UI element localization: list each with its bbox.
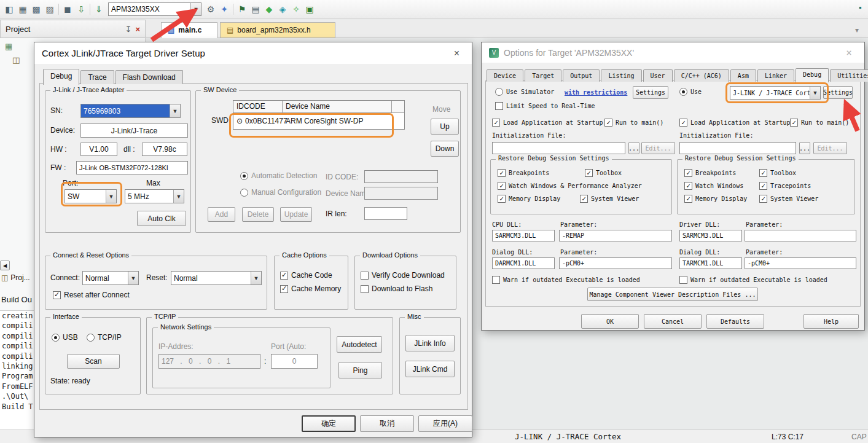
cache-memory-checkbox[interactable]: Cache Memory — [280, 284, 341, 293]
rebuild-icon[interactable]: ▩ — [29, 2, 43, 16]
browse-button-left[interactable]: ... — [628, 142, 639, 154]
defaults-button[interactable]: Defaults — [706, 314, 764, 329]
restrictions-link[interactable]: with restrictions — [565, 89, 627, 96]
port-combo[interactable]: SW ▼ — [65, 189, 117, 203]
limit-speed-checkbox[interactable]: Limit Speed to Real-Time — [495, 102, 595, 110]
toolbox-checkbox-right[interactable]: Toolbox — [759, 169, 796, 177]
build-output-panel[interactable]: creatin compili compili compili compili … — [0, 310, 35, 429]
project-book-icon[interactable]: ◫ — [12, 55, 20, 65]
tab-utilities[interactable]: Utilities — [830, 69, 868, 82]
flag-icon[interactable]: ⚑ — [235, 2, 249, 16]
windows-icon[interactable]: ▤ — [249, 2, 262, 16]
tab-flash-download[interactable]: Flash Download — [115, 70, 183, 84]
memory-display-checkbox-right[interactable]: Memory Display — [684, 195, 747, 203]
dropdown-arrow-icon[interactable]: ▼ — [251, 272, 261, 284]
hscroll-left-button[interactable]: ◀ — [0, 261, 10, 270]
tab-device[interactable]: Device — [487, 69, 523, 82]
init-file-field-right[interactable] — [679, 142, 796, 154]
usb-radio[interactable]: USB — [52, 333, 78, 342]
connect-combo[interactable]: Normal ▼ — [82, 271, 139, 285]
tab-output[interactable]: Output — [563, 69, 600, 82]
watch-windows-checkbox-left[interactable]: Watch Windows & Performance Analyzer — [498, 182, 642, 190]
collapse-chevron-icon[interactable]: ▾ — [855, 26, 859, 34]
reset-combo[interactable]: Normal ▼ — [171, 271, 262, 285]
simulator-settings-button[interactable]: Settings — [633, 86, 668, 99]
use-debugger-radio[interactable]: Use — [679, 88, 702, 96]
dropdown-arrow-icon[interactable]: ▼ — [810, 87, 820, 99]
tab-listing[interactable]: Listing — [601, 69, 641, 82]
batch-build-icon[interactable]: ▨ — [43, 2, 57, 16]
verify-code-download-checkbox[interactable]: Verify Code Download — [361, 271, 445, 280]
ir-len-field[interactable] — [364, 207, 407, 220]
dropdown-arrow-icon[interactable]: ▼ — [190, 3, 201, 15]
tab-debug[interactable]: Debug — [43, 69, 79, 85]
help-button[interactable]: Help — [803, 314, 859, 329]
cache-code-checkbox[interactable]: Cache Code — [280, 271, 332, 280]
sn-combo[interactable]: 765969803 ▼ — [80, 104, 181, 118]
workspace-tree-icon[interactable]: ▦ — [5, 42, 12, 51]
ip-address-field[interactable]: 127 . 0 . 0 . 1 — [158, 354, 260, 369]
sw-device-table[interactable]: IDCODE Device Name ⊙ 0x0BC11477 ARM Core… — [233, 100, 405, 130]
max-clock-combo[interactable]: 5 MHz ▼ — [125, 189, 184, 203]
manage-rte-icon[interactable]: ◆ — [262, 2, 276, 16]
dropdown-arrow-icon[interactable]: ▼ — [106, 190, 116, 203]
apply-button[interactable]: 应用(A) — [418, 415, 472, 432]
reset-after-connect-checkbox[interactable]: Reset after Connect — [53, 291, 130, 299]
manage-component-viewer-button[interactable]: Manage Component Viewer Description File… — [587, 288, 758, 301]
browse-button-right[interactable]: ... — [799, 142, 810, 154]
breakpoints-checkbox-left[interactable]: Breakpoints — [498, 169, 549, 177]
toolbox-checkbox-left[interactable]: Toolbox — [585, 169, 622, 177]
port-auto-field[interactable]: 0 — [271, 354, 318, 369]
init-file-field-left[interactable] — [492, 142, 625, 154]
debugger-settings-button[interactable]: Settings — [823, 86, 853, 99]
watch-windows-checkbox-right[interactable]: Watch Windows — [684, 182, 743, 190]
download-to-flash-icon[interactable]: ⇩ — [74, 2, 88, 16]
run-to-main-checkbox-left[interactable]: Run to main() — [604, 119, 663, 127]
auto-clk-button[interactable]: Auto Clk — [137, 211, 186, 226]
delete-button[interactable]: Delete — [242, 207, 274, 222]
cpu-parameter-field[interactable]: -REMAP — [559, 230, 672, 241]
dialog-dll-field-right[interactable]: TARMCM1.DLL — [679, 257, 742, 269]
translate-file-icon[interactable]: ◧ — [2, 2, 16, 16]
dropdown-arrow-icon[interactable]: ▼ — [170, 104, 180, 117]
flash-load-icon[interactable]: ⇓ — [92, 2, 106, 16]
pack-installer-icon[interactable]: ◈ — [276, 2, 289, 16]
project-bottom-tab[interactable]: ◫ Proj... — [1, 273, 30, 282]
cancel-button[interactable]: Cancel — [644, 314, 702, 329]
column-header-device-name[interactable]: Device Name — [283, 101, 392, 112]
tab-main-c[interactable]: ▤ main.c — [161, 22, 217, 38]
options-for-target-icon[interactable]: ⚙ — [204, 2, 217, 16]
tcpip-radio[interactable]: TCP/IP — [87, 333, 122, 342]
target-select-combo[interactable]: APM32M35XX ▼ — [108, 2, 201, 16]
tab-board-apm32m35xx-h[interactable]: ▤ board_apm32m35xx.h — [220, 22, 335, 38]
autodetect-button[interactable]: Autodetect — [337, 336, 382, 353]
ok-button[interactable]: 确定 — [302, 415, 356, 432]
tab-asm[interactable]: Asm — [730, 69, 756, 82]
update-button[interactable]: Update — [280, 207, 312, 222]
edit-button-right[interactable]: Edit... — [813, 142, 847, 154]
move-down-button[interactable]: Down — [431, 141, 459, 157]
system-viewer-checkbox-left[interactable]: System Viewer — [580, 195, 639, 203]
cpu-dll-field[interactable]: SARMCM3.DLL — [492, 230, 555, 241]
cancel-button[interactable]: 取消 — [360, 415, 414, 432]
tab-linker[interactable]: Linker — [757, 69, 794, 82]
dropdown-arrow-icon[interactable]: ▼ — [128, 272, 138, 284]
memory-display-checkbox-left[interactable]: Memory Display — [498, 195, 560, 203]
move-up-button[interactable]: Up — [431, 119, 459, 135]
pin-icon[interactable]: ↧ — [125, 25, 132, 34]
load-app-checkbox-left[interactable]: Load Application at Startup — [492, 119, 603, 127]
tab-debug[interactable]: Debug — [796, 68, 829, 82]
build-icon[interactable]: ▦ — [16, 2, 29, 16]
tracepoints-checkbox-right[interactable]: Tracepoints — [759, 182, 811, 190]
dropdown-arrow-icon[interactable]: ▼ — [173, 190, 184, 203]
load-app-checkbox-right[interactable]: Load Application at Startup — [679, 119, 791, 127]
breakpoints-checkbox-right[interactable]: Breakpoints — [684, 169, 736, 177]
id-code-field[interactable] — [364, 170, 438, 183]
project-panel-close-icon[interactable]: × — [135, 25, 140, 34]
boards-icon[interactable]: ✧ — [289, 2, 303, 16]
manual-configuration-radio[interactable]: Manual Configuration — [240, 188, 321, 197]
debug-wand-icon[interactable]: ✦ — [217, 2, 231, 16]
dialog-parameter-field-left[interactable]: -pCM0+ — [559, 257, 672, 269]
dialog-dll-field-left[interactable]: DARMCM1.DLL — [492, 257, 555, 269]
tab-user[interactable]: User — [643, 69, 673, 82]
